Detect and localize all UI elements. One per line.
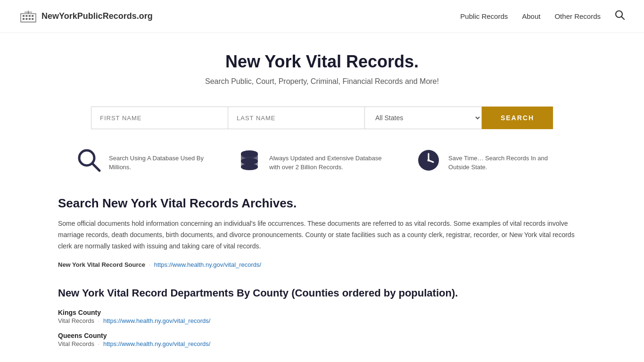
county-section: New York Vital Record Departments By Cou… (58, 287, 586, 347)
county-name-queens: Queens County (58, 332, 586, 339)
states-select[interactable]: All StatesAlabamaAlaskaArizonaArkansasCa… (365, 107, 482, 129)
search-button[interactable]: SEARCH (482, 107, 553, 129)
svg-rect-5 (23, 18, 25, 19)
svg-rect-0 (21, 14, 36, 22)
nav-public-records[interactable]: Public Records (460, 12, 508, 20)
site-logo[interactable]: NewYorkPublicRecords.org (19, 9, 153, 24)
features-section: Search Using A Database Used By Millions… (39, 143, 605, 196)
hero-title: New York Vital Records. (9, 52, 635, 72)
svg-rect-1 (23, 15, 25, 16)
main-content: Search New York Vital Records Archives. … (39, 196, 605, 362)
feature-search-text: Search Using A Database Used By Millions… (109, 154, 209, 172)
county-vital-records-url-kings[interactable]: https://www.health.ny.gov/vital_records/ (103, 317, 210, 324)
svg-rect-7 (29, 18, 31, 19)
svg-rect-6 (25, 18, 27, 19)
county-vital-records-label-kings: Vital Records (58, 317, 94, 324)
feature-clock-text: Save Time… Search Records In and Outside… (448, 154, 567, 172)
svg-line-13 (622, 17, 625, 20)
hero-section: New York Vital Records. Search Public, C… (0, 33, 644, 107)
logo-text: NewYorkPublicRecords.org (41, 11, 153, 21)
county-name-kings: Kings County (58, 309, 586, 316)
section1-body: Some official documents hold information… (58, 218, 586, 252)
search-icon-nav[interactable] (615, 10, 625, 23)
nav-other-records[interactable]: Other Records (554, 12, 601, 20)
section1-heading: Search New York Vital Records Archives. (58, 196, 586, 211)
source-label: New York Vital Record Source (58, 261, 145, 268)
county-vital-records-label-queens: Vital Records (58, 340, 94, 347)
database-feature-icon (237, 148, 262, 177)
feature-database-text: Always Updated and Extensive Database wi… (269, 154, 388, 172)
search-form: All StatesAlabamaAlaskaArizonaArkansasCa… (91, 107, 553, 129)
source-line: New York Vital Record Source · https://w… (58, 261, 586, 268)
county-link-queens: Vital Records · https://www.health.ny.go… (58, 340, 586, 347)
nav-about[interactable]: About (522, 12, 540, 20)
svg-rect-2 (25, 15, 27, 16)
county-entry-kings: Kings County Vital Records · https://www… (58, 309, 586, 324)
search-feature-icon (77, 148, 101, 177)
county-vital-records-url-queens[interactable]: https://www.health.ny.gov/vital_records/ (103, 340, 210, 347)
county-link-kings: Vital Records · https://www.health.ny.go… (58, 317, 586, 324)
feature-search: Search Using A Database Used By Millions… (77, 148, 209, 177)
svg-point-22 (428, 159, 430, 162)
source-separator: · (149, 261, 151, 268)
feature-clock: Save Time… Search Records In and Outside… (416, 148, 567, 177)
svg-line-15 (92, 164, 99, 171)
last-name-input[interactable] (228, 107, 365, 129)
county-entry-queens: Queens County Vital Records · https://ww… (58, 332, 586, 347)
svg-rect-4 (32, 15, 33, 16)
source-link[interactable]: https://www.health.ny.gov/vital_records/ (154, 261, 261, 268)
svg-rect-3 (29, 15, 31, 16)
logo-building-icon (19, 9, 38, 24)
feature-database: Always Updated and Extensive Database wi… (237, 148, 388, 177)
hero-subtitle: Search Public, Court, Property, Criminal… (9, 77, 635, 86)
main-nav: Public Records About Other Records (460, 10, 625, 23)
svg-point-18 (241, 164, 258, 170)
site-header: NewYorkPublicRecords.org Public Records … (0, 0, 644, 33)
search-form-wrapper: All StatesAlabamaAlaskaArizonaArkansasCa… (63, 107, 581, 129)
county-section-heading: New York Vital Record Departments By Cou… (58, 287, 586, 299)
first-name-input[interactable] (91, 107, 228, 129)
svg-rect-8 (32, 18, 33, 19)
clock-feature-icon (416, 148, 441, 177)
